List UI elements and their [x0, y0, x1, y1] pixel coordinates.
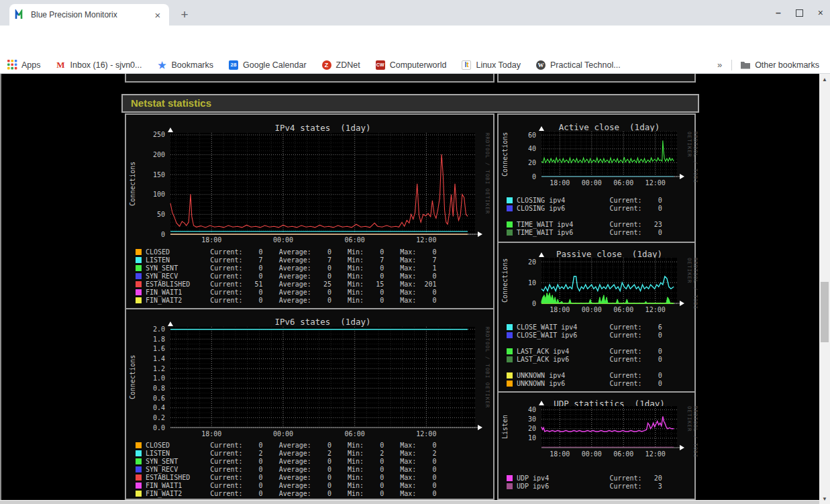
legend-row: LISTEN Current: 7 Average: 7 Min: 7 Max:…: [136, 256, 436, 264]
y-tick-label: 0: [126, 231, 165, 238]
close-button[interactable]: ×: [818, 8, 823, 17]
legend-swatch: [136, 297, 142, 303]
charts-column-left: IPv4 states (1day)Connections05010015020…: [125, 113, 495, 500]
legend-text: ESTABLISHED Current: 0 Average: 0 Min: 0…: [146, 474, 436, 481]
legend-text: UDP ipv4 Current: 20: [517, 474, 662, 482]
gmail-icon: M: [56, 60, 66, 70]
chart-passive-close[interactable]: Passive close (1day)Connections0102018:0…: [499, 243, 694, 391]
x-tick-label: 06:00: [610, 306, 637, 313]
scroll-up-icon[interactable]: ▲: [819, 74, 830, 85]
window-titlebar: Blue Precision Monitorix × + – ×: [0, 0, 830, 26]
legend-text: FIN_WAIT1 Current: 0 Average: 0 Min: 0 M…: [146, 289, 436, 296]
x-tick-label: 12:00: [642, 450, 669, 458]
legend-row: UDP ipv6 Current: 3: [507, 483, 662, 490]
bookmarks-bar: AppsMInbox (16) - sjvn0...★Bookmarks28Go…: [0, 56, 830, 74]
legend-text: SYN_RECV Current: 0 Average: 0 Min: 0 Ma…: [146, 272, 436, 280]
bookmark-item-6[interactable]: ltLinux Today: [461, 60, 521, 70]
bookmark-item-7[interactable]: WPractical Technol...: [535, 60, 621, 70]
bookmark-item-2[interactable]: ★Bookmarks: [157, 60, 214, 70]
legend-text: SYN_RECV Current: 0 Average: 0 Min: 0 Ma…: [146, 466, 436, 473]
bookmark-label: ZDNet: [336, 60, 360, 70]
legend-text: LAST_ACK ipv4 Current: 0: [517, 348, 662, 355]
legend-row: UNKNOWN ipv4 Current: 0: [507, 372, 662, 379]
x-tick-label: 18:00: [198, 430, 225, 438]
legend-swatch: [507, 205, 513, 211]
legend-text: LAST_ACK ipv6 Current: 0: [517, 356, 662, 363]
legend-row: SYN_RECV Current: 0 Average: 0 Min: 0 Ma…: [136, 466, 436, 473]
x-tick-label: 06:00: [342, 430, 368, 438]
y-tick-label: 40: [499, 406, 536, 413]
legend-text: LISTEN Current: 2 Average: 2 Min: 2 Max:…: [146, 450, 436, 457]
divider: [731, 60, 732, 70]
legend-text: LISTEN Current: 7 Average: 7 Min: 7 Max:…: [146, 256, 436, 264]
legend-row: ESTABLISHED Current: 51 Average: 25 Min:…: [136, 281, 436, 288]
rrdtool-attribution: RRDTOOL / TOBI OETIKER: [686, 258, 698, 330]
browser-tab[interactable]: Blue Precision Monitorix ×: [9, 4, 169, 26]
browser-toolbar: localhost:8080/monitorix-cgi/monitorix.c…: [0, 26, 830, 56]
legend-text: TIME_WAIT ipv4 Current: 23: [517, 221, 662, 228]
bookmark-label: Bookmarks: [172, 60, 214, 70]
y-tick-label: 0: [499, 173, 536, 181]
legend-row: TIME_WAIT ipv4 Current: 23: [507, 221, 662, 228]
new-tab-button[interactable]: +: [176, 6, 193, 23]
y-tick-label: 1.0: [126, 374, 165, 382]
zdnet-icon: Z: [321, 60, 332, 70]
legend-row: LAST_ACK ipv4 Current: 0: [507, 348, 662, 355]
legend-swatch: [136, 458, 142, 464]
rrdtool-attribution: RRDTOOL / TOBI OETIKER: [686, 132, 698, 203]
x-tick-label: 06:00: [610, 179, 637, 187]
legend-row: CLOSED Current: 0 Average: 0 Min: 0 Max:…: [136, 248, 436, 256]
page-content: Netstat statistics IPv4 states (1day)Con…: [0, 74, 830, 504]
section-header: Netstat statistics: [121, 94, 699, 113]
legend-text: UDP ipv6 Current: 3: [517, 483, 662, 490]
scrollbar-thumb[interactable]: [821, 282, 829, 342]
bookmark-item-5[interactable]: CWComputerworld: [375, 60, 447, 70]
y-tick-label: 60: [499, 132, 536, 139]
other-bookmarks-button[interactable]: Other bookmarks: [740, 60, 819, 70]
legend-row: SYN_SENT Current: 0 Average: 0 Min: 0 Ma…: [136, 264, 436, 272]
chart-ipv6-states[interactable]: IPv6 states (1day)Connections0.00.20.40.…: [126, 309, 493, 499]
legend-swatch: [507, 197, 513, 203]
scroll-down-icon[interactable]: ▼: [819, 493, 830, 504]
legend-swatch: [507, 221, 513, 228]
legend-row: SYN_SENT Current: 0 Average: 0 Min: 0 Ma…: [136, 458, 436, 465]
x-tick-label: 12:00: [413, 236, 439, 244]
maximize-button[interactable]: [796, 9, 803, 17]
bookmark-item-0[interactable]: Apps: [7, 60, 41, 70]
rrdtool-attribution: RRDTOOL / TOBI OETIKER: [484, 133, 490, 261]
legend-text: CLOSED Current: 0 Average: 0 Min: 0 Max:…: [146, 248, 436, 256]
bookmark-label: Practical Technol...: [550, 60, 621, 70]
scrollbar[interactable]: ▲ ▼: [819, 74, 830, 504]
y-tick-label: 1.6: [126, 345, 165, 352]
legend-row: LAST_ACK ipv6 Current: 0: [507, 356, 662, 363]
chart-udp-statistics[interactable]: UDP statistics (1day)Listen1020304018:00…: [499, 393, 694, 499]
legend-row: LISTEN Current: 2 Average: 2 Min: 2 Max:…: [136, 450, 436, 457]
legend-text: CLOSE_WAIT ipv6 Current: 0: [517, 332, 662, 339]
y-tick-label: 40: [499, 145, 536, 152]
legend-swatch: [507, 372, 513, 379]
chart-ipv4-states[interactable]: IPv4 states (1day)Connections05010015020…: [126, 115, 493, 308]
x-tick-label: 00:00: [270, 430, 297, 438]
y-tick-label: 20: [499, 425, 536, 432]
bookmark-item-1[interactable]: MInbox (16) - sjvn0...: [56, 60, 142, 70]
x-tick-label: 00:00: [578, 306, 605, 313]
legend-row: CLOSE_WAIT ipv4 Current: 6: [507, 323, 662, 331]
minimize-button[interactable]: –: [776, 8, 781, 17]
linuxtoday-icon: lt: [461, 60, 472, 70]
legend-text: CLOSING ipv6 Current: 0: [517, 205, 662, 212]
chart-active-close[interactable]: Active close (1day)Connections020406018:…: [499, 115, 694, 242]
y-tick-label: 0.0: [126, 424, 165, 432]
legend-swatch: [507, 348, 513, 354]
legend-text: SYN_SENT Current: 0 Average: 0 Min: 0 Ma…: [146, 264, 436, 272]
next-section-edge: [0, 500, 819, 504]
page-border-left: [0, 74, 1, 500]
charts-column-right: Active close (1day)Connections020406018:…: [497, 113, 696, 500]
y-tick-label: 0.2: [126, 414, 165, 421]
rrdtool-attribution: RRDTOOL / TOBI OETIKER: [686, 406, 698, 474]
y-tick-label: 10: [499, 279, 536, 287]
bookmark-item-3[interactable]: 28Google Calendar: [228, 60, 307, 70]
bookmark-item-4[interactable]: ZZDNet: [321, 60, 360, 70]
tab-close-icon[interactable]: ×: [152, 9, 164, 21]
bookmarks-overflow-icon[interactable]: »: [717, 60, 722, 70]
x-tick-label: 00:00: [270, 236, 297, 244]
